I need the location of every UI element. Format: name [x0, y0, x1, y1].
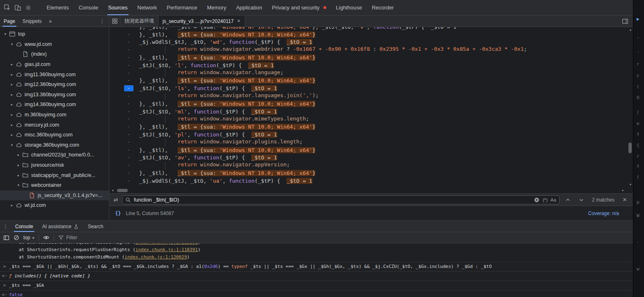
- code-line-text[interactable]: _$tJ(_$tO, 'ls', function(_$tP) { _$tO =…: [135, 85, 633, 91]
- navigator-tab-page[interactable]: Page: [0, 16, 19, 27]
- stack-frame-link[interactable]: index.chunk.js:1:118391: [136, 246, 198, 254]
- scroll-right-icon[interactable]: ►: [620, 188, 626, 193]
- coverage-link[interactable]: Coverage: n/a: [588, 211, 629, 216]
- gutter-marker[interactable]: -: [109, 162, 135, 168]
- gutter-marker[interactable]: -: [109, 154, 135, 161]
- regex-toggle[interactable]: (*): [542, 197, 547, 202]
- js-security-file-tab[interactable]: js_security_v3 ....js?v=20240117✕: [158, 16, 245, 27]
- code-line-text[interactable]: _$tJ(_$tO, 'l', function(_$tP) { _$tO = …: [135, 62, 633, 68]
- gutter-marker[interactable]: -: [109, 70, 135, 76]
- navigator-tab-item[interactable]: »: [45, 16, 56, 27]
- gutter-marker[interactable]: -: [109, 178, 135, 184]
- tab-console[interactable]: Console: [74, 0, 103, 15]
- tree-item-www-jd-com[interactable]: ▾www.jd.com: [0, 39, 109, 50]
- code-line-text[interactable]: }, _$tl), _$tl = {sua: 'Windows NT 10.0;…: [135, 170, 633, 176]
- code-viewport[interactable]: -}, _$tl), _$tl = {sua: 'Windows NT 10.0…: [109, 27, 633, 188]
- gutter-marker[interactable]: -: [109, 47, 135, 53]
- tab-network[interactable]: Network: [133, 0, 162, 15]
- tree-item-m-360buyimg-com[interactable]: ▸m.360buyimg.com: [0, 110, 109, 120]
- code-line-text[interactable]: return window.navigator.language;: [135, 69, 633, 77]
- code-line-text[interactable]: }, _$tl), _$tl = {sua: 'Windows NT 10.0;…: [135, 54, 633, 61]
- pretty-print-button[interactable]: {}: [115, 211, 121, 216]
- clear-console-icon[interactable]: [14, 235, 19, 240]
- search-previous-icon[interactable]: [563, 195, 573, 205]
- code-line-text[interactable]: }, _$tl), _$tl = {sua: 'Windows NT 10.0;…: [135, 27, 633, 30]
- close-tab-icon[interactable]: ✕: [237, 18, 241, 24]
- tree-item-mercury-jd-com[interactable]: ▸mercury.jd.com: [0, 120, 109, 130]
- tree-item-top[interactable]: ▾top: [0, 29, 109, 39]
- code-line-text[interactable]: return window.navigator.appVersion;: [135, 161, 633, 169]
- search-input[interactable]: function _$tm(_$tO) (*) Aa: [122, 195, 560, 204]
- tab-elements[interactable]: Elements: [42, 0, 74, 15]
- replace-toggle-icon[interactable]: ⇄: [113, 197, 119, 203]
- horizontal-scrollbar[interactable]: ◄ ►: [109, 188, 633, 193]
- tree-item-index[interactable]: (index): [0, 49, 109, 59]
- gutter-marker[interactable]: -: [109, 101, 135, 107]
- inspect-icon[interactable]: [2, 2, 12, 13]
- gutter-marker[interactable]: -: [109, 170, 135, 176]
- clear-search-icon[interactable]: [534, 197, 540, 203]
- code-line-text[interactable]: _$j.wOdlS(_$tJ, _$tO, 'ua', function(_$t…: [135, 178, 633, 184]
- tab-application[interactable]: Application: [231, 0, 267, 15]
- tree-item-wl-jd-com[interactable]: ▸wl.jd.com: [0, 200, 109, 211]
- search-query-text[interactable]: function _$tm(_$tO): [134, 197, 531, 203]
- tab-memory[interactable]: Memory: [202, 0, 231, 15]
- tree-item-img12-360buyimg-com[interactable]: ▸img12.360buyimg.com: [0, 79, 109, 90]
- code-line-text[interactable]: }, _$tl), _$tl = {sua: 'Windows NT 10.0;…: [135, 147, 633, 153]
- gutter-marker[interactable]: -: [109, 116, 135, 122]
- horizontal-scroll-track[interactable]: [116, 188, 620, 193]
- panel-toggle-icon[interactable]: [620, 18, 630, 25]
- vertical-scrollbar[interactable]: ▲ ▼: [627, 27, 633, 188]
- code-line-text[interactable]: }, _$tl), _$tl = {sua: 'Windows NT 10.0;…: [135, 77, 633, 84]
- tab-performance[interactable]: Performance: [162, 0, 202, 15]
- tree-item-webcontainer[interactable]: ▾webcontainer: [0, 180, 109, 190]
- tab-sources[interactable]: Sources: [103, 0, 133, 15]
- grid-icon[interactable]: [109, 16, 120, 27]
- stack-frame-link[interactable]: index.chunk.js:1:120029: [124, 254, 187, 261]
- code-line-text[interactable]: return window.navigator.plugins.length;: [135, 138, 633, 146]
- extension-icon[interactable]: [23, 2, 34, 13]
- drawer-tab-console[interactable]: Console: [11, 221, 38, 232]
- console-sidebar-icon[interactable]: [3, 235, 9, 241]
- navigator-more-tabs-icon[interactable]: ⋮: [95, 18, 109, 24]
- tree-item-img14-360buyimg-com[interactable]: ▸img14.360buyimg.com: [0, 100, 109, 110]
- code-line-text[interactable]: return window.navigator.webdriver ? -0x1…: [135, 46, 633, 54]
- vertical-scroll-thumb[interactable]: [628, 143, 632, 153]
- device-toolbar-icon[interactable]: [12, 2, 23, 13]
- snippet-environment-tab[interactable]: 脱浏览器环境: [120, 16, 158, 27]
- code-line-text[interactable]: return window.navigator.languages.join('…: [135, 92, 633, 100]
- code-line-text[interactable]: _$tJ(_$tO, 'ml', function(_$tP) { _$tO =…: [135, 109, 633, 115]
- console-context-selector[interactable]: top ▾: [23, 235, 34, 240]
- code-line-text[interactable]: }, _$tl), _$tl = {sua: 'Windows NT 10.0;…: [135, 32, 633, 38]
- drawer-tab-ai-assistance[interactable]: AI assistance: [38, 221, 83, 232]
- console-filter-input[interactable]: Filter: [58, 235, 77, 240]
- gutter-marker[interactable]: -: [109, 131, 135, 138]
- gutter-marker[interactable]: -: [109, 124, 135, 130]
- vertical-scroll-track[interactable]: [627, 33, 633, 182]
- tree-item-storage-360buyimg-com[interactable]: ▾storage.360buyimg.com: [0, 140, 109, 150]
- gutter-marker[interactable]: -: [109, 147, 135, 153]
- gutter-marker[interactable]: -: [109, 109, 135, 115]
- gutter-marker[interactable]: -: [109, 77, 135, 84]
- eye-icon[interactable]: [43, 234, 50, 241]
- code-line-text[interactable]: }, _$tl), _$tl = {sua: 'Windows NT 10.0;…: [135, 101, 633, 107]
- drawer-menu-icon[interactable]: ⋮: [0, 223, 11, 229]
- drawer-tab-search[interactable]: Search: [83, 221, 108, 232]
- tree-item-misc-360buyimg-com[interactable]: ▸misc.360buyimg.com: [0, 130, 109, 140]
- code-line-text[interactable]: _$j.wOdlS(_$tJ, _$tO, 'wd', function(_$t…: [135, 39, 633, 45]
- gutter-marker[interactable]: -: [109, 139, 135, 145]
- gutter-marker[interactable]: -: [109, 93, 135, 99]
- gutter-marker[interactable]: -: [109, 32, 135, 38]
- code-line-text[interactable]: _$tJ(_$tO, 'pl', function(_$tP) { _$tO =…: [135, 131, 633, 138]
- code-line-text[interactable]: }, _$tl), _$tl = {sua: 'Windows NT 10.0;…: [135, 124, 633, 130]
- tree-item-img11-360buyimg-com[interactable]: ▸img11.360buyimg.com: [0, 69, 109, 79]
- code-line-text[interactable]: return window.navigator.mimeTypes.length…: [135, 116, 633, 123]
- scroll-left-icon[interactable]: ◄: [109, 188, 116, 193]
- gutter-marker[interactable]: -: [109, 54, 135, 61]
- tab-lighthouse[interactable]: Lighthouse: [331, 0, 367, 15]
- tree-item-gias-jd-com[interactable]: ▸gias.jd.com: [0, 59, 109, 70]
- horizontal-scroll-thumb[interactable]: [117, 189, 128, 192]
- gutter-marker[interactable]: -: [109, 62, 135, 68]
- gutter-marker[interactable]: -: [109, 27, 135, 30]
- tree-item-channel2022-jd-home-0-0[interactable]: ▸channel2022/jd_home/0.0...: [0, 150, 109, 160]
